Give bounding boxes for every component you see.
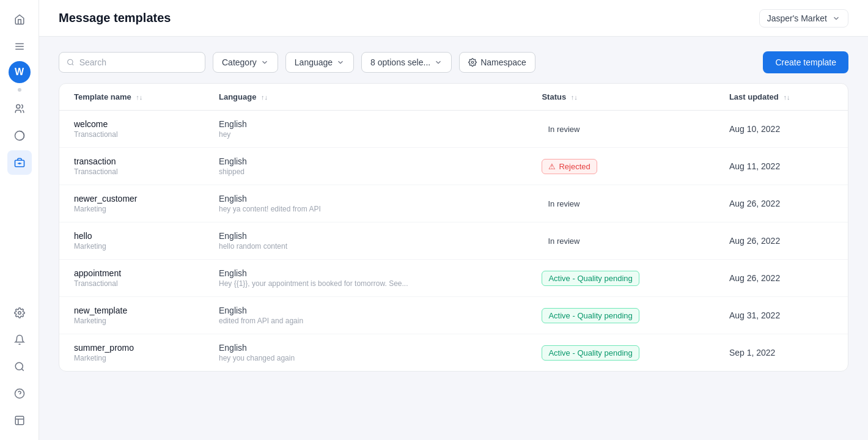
gear-icon — [468, 58, 477, 67]
status-badge: In review — [542, 197, 586, 211]
sidebar-item-home[interactable] — [7, 7, 32, 32]
language-main: English — [219, 231, 512, 241]
sidebar-item-stats[interactable] — [7, 408, 32, 433]
language-sub: edited from API and again — [219, 317, 512, 325]
options-dropdown[interactable]: 8 options sele... — [361, 52, 452, 73]
language-main: English — [219, 156, 512, 166]
svg-point-9 — [15, 362, 23, 370]
svg-rect-13 — [15, 416, 24, 425]
sidebar-item-users[interactable] — [7, 97, 32, 121]
language-sub: hey — [219, 130, 512, 139]
template-category: Marketing — [74, 354, 189, 362]
table-header: Template name ↑↓ Language ↑↓ Status ↑↓ — [59, 84, 848, 111]
template-name: transaction — [74, 156, 189, 166]
account-name: Jasper's Market — [767, 13, 827, 23]
sort-icon-status: ↑↓ — [571, 94, 578, 101]
table-body: welcomeTransactionalEnglishheyIn reviewA… — [59, 111, 848, 372]
template-name: appointment — [74, 268, 189, 278]
sidebar-item-briefcase[interactable] — [7, 150, 32, 175]
table-row[interactable]: transactionTransactionalEnglishshipped⚠R… — [59, 148, 848, 185]
language-main: English — [219, 268, 512, 278]
template-category: Marketing — [74, 205, 189, 213]
sort-icon-language: ↑↓ — [261, 94, 268, 101]
search-icon — [67, 58, 75, 67]
template-category: Transactional — [74, 130, 189, 139]
create-template-button[interactable]: Create template — [763, 51, 848, 73]
col-language: Language ↑↓ — [204, 84, 527, 111]
svg-point-16 — [471, 61, 474, 64]
templates-table-container: Template name ↑↓ Language ↑↓ Status ↑↓ — [59, 83, 848, 372]
table-row[interactable]: welcomeTransactionalEnglishheyIn reviewA… — [59, 111, 848, 148]
sidebar-item-settings[interactable] — [7, 301, 32, 325]
language-sub: hello random content — [219, 242, 512, 251]
options-chevron-icon — [434, 58, 443, 67]
status-badge: Active - Quality pending — [542, 271, 639, 286]
status-badge: In review — [542, 234, 586, 248]
table-row[interactable]: new_templateMarketingEnglishedited from … — [59, 297, 848, 334]
language-sub: shipped — [219, 167, 512, 176]
sidebar: W — [0, 0, 39, 440]
svg-point-3 — [16, 105, 20, 108]
sidebar-item-help[interactable] — [7, 381, 32, 406]
language-sub: hey you changed again — [219, 354, 512, 362]
language-sub: hey ya content! edited from API — [219, 205, 512, 213]
toolbar: Category Language 8 options sele... Name… — [59, 51, 848, 73]
table-row[interactable]: summer_promoMarketingEnglishhey you chan… — [59, 334, 848, 372]
search-field-wrap — [59, 52, 205, 73]
status-badge: Active - Quality pending — [542, 308, 639, 323]
sidebar-item-search[interactable] — [7, 354, 32, 379]
svg-point-14 — [68, 59, 73, 64]
category-label: Category — [222, 57, 257, 67]
last-updated-date: Sep 1, 2022 — [729, 348, 776, 358]
template-category: Marketing — [74, 317, 189, 325]
template-category: Transactional — [74, 167, 189, 176]
category-chevron-icon — [260, 58, 269, 67]
last-updated-date: Aug 31, 2022 — [729, 310, 780, 320]
table-row[interactable]: helloMarketingEnglishhello random conten… — [59, 222, 848, 260]
sidebar-item-analytics[interactable] — [7, 123, 32, 148]
col-template-name: Template name ↑↓ — [59, 84, 204, 111]
namespace-label: Namespace — [480, 57, 526, 67]
status-badge: ⚠Rejected — [542, 159, 597, 174]
template-name: summer_promo — [74, 343, 189, 353]
template-name: welcome — [74, 119, 189, 129]
language-main: English — [219, 306, 512, 315]
last-updated-date: Aug 26, 2022 — [729, 273, 780, 283]
template-name: newer_customer — [74, 194, 189, 204]
last-updated-date: Aug 26, 2022 — [729, 199, 780, 208]
template-category: Marketing — [74, 242, 189, 251]
search-input[interactable] — [79, 57, 197, 67]
language-main: English — [219, 119, 512, 129]
category-dropdown[interactable]: Category — [213, 52, 278, 73]
language-main: English — [219, 194, 512, 204]
last-updated-date: Aug 11, 2022 — [729, 161, 780, 171]
sidebar-item-menu[interactable] — [7, 34, 32, 59]
header: Message templates Jasper's Market — [39, 0, 868, 37]
sort-icon-name: ↑↓ — [136, 94, 142, 101]
content-area: Category Language 8 options sele... Name… — [39, 37, 868, 440]
svg-point-8 — [18, 312, 21, 315]
template-name: hello — [74, 231, 189, 241]
status-badge: In review — [542, 122, 586, 136]
sidebar-avatar[interactable]: W — [9, 61, 31, 83]
page-title: Message templates — [59, 11, 171, 25]
language-label: Language — [295, 57, 333, 67]
status-badge: Active - Quality pending — [542, 345, 639, 361]
language-sub: Hey {{1}}, your appointment is booked fo… — [219, 279, 512, 288]
last-updated-date: Aug 10, 2022 — [729, 124, 780, 134]
namespace-button[interactable]: Namespace — [459, 52, 535, 73]
template-category: Transactional — [74, 279, 189, 288]
svg-line-15 — [72, 64, 73, 65]
language-main: English — [219, 343, 512, 353]
language-dropdown[interactable]: Language — [285, 52, 354, 73]
sort-icon-updated: ↑↓ — [783, 94, 790, 101]
account-selector[interactable]: Jasper's Market — [759, 9, 848, 28]
sidebar-item-bell[interactable] — [7, 328, 32, 352]
sidebar-dot — [18, 88, 21, 92]
col-status: Status ↑↓ — [527, 84, 714, 111]
main-area: Message templates Jasper's Market Catego… — [39, 0, 868, 440]
chevron-down-icon — [832, 14, 840, 23]
table-row[interactable]: newer_customerMarketingEnglishhey ya con… — [59, 185, 848, 222]
col-last-updated: Last updated ↑↓ — [715, 84, 848, 111]
table-row[interactable]: appointmentTransactionalEnglishHey {{1}}… — [59, 260, 848, 297]
